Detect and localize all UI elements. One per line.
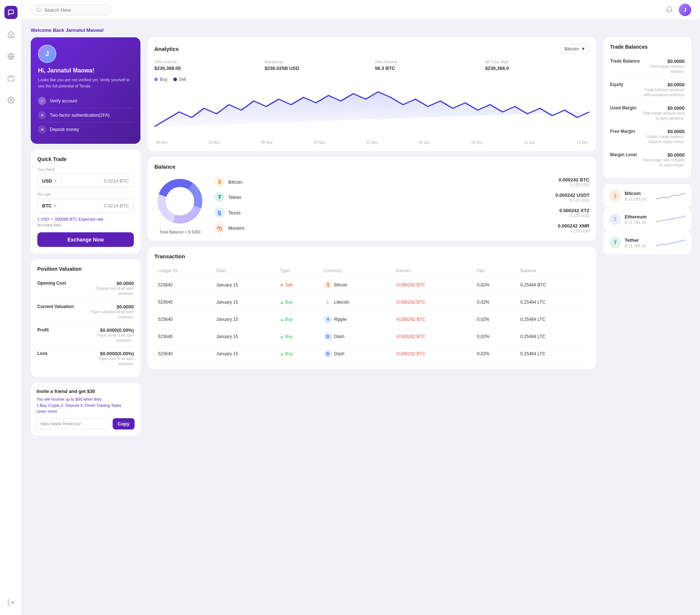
analytics-header: Analytics Bitcoin ▼ <box>154 44 590 54</box>
send-input-row[interactable]: USD ▼ 0.0214 BTC <box>37 174 134 188</box>
cell-fee: 0.02% <box>473 311 517 328</box>
col-type: Type <box>276 265 320 277</box>
market-card-tether[interactable]: ₮ Tether $ 11,785.10 <box>603 231 691 254</box>
divider-2 <box>61 202 62 209</box>
trade-balance-row-1: Equity $0.0000 Trade balance combined wi… <box>610 78 685 102</box>
invite-desc: You will receive up to $30 when they: 1.… <box>37 396 135 415</box>
cell-type: ▲ Buy <box>276 345 320 363</box>
col-currency: Currency <box>320 265 392 277</box>
step-x-icon-2fa: ✕ <box>38 111 46 119</box>
cell-type: ▲ Buy <box>276 311 320 328</box>
sidebar <box>0 0 22 615</box>
cell-fee: 0.02% <box>473 328 517 345</box>
cell-date: January 15 <box>213 294 276 311</box>
left-column: J Hi, Jannatul Maowa! Looks like you are… <box>31 37 140 435</box>
step-2fa-label: Two-factor authentication(2FA) <box>50 113 109 118</box>
step-verify-label: Verify account <box>50 98 77 104</box>
donut-chart <box>154 176 206 227</box>
market-card-ethereum[interactable]: Ξ Ethereum $ 11,785.10 <box>603 207 691 231</box>
cell-amount: -0.000242 BTC <box>392 345 474 363</box>
pv-row-2: Profit $0.0000(0.00%) Paper profit of al… <box>37 324 134 347</box>
trade-balance-row-4: Margin Level $0.0000 Percentage ratio of… <box>610 149 685 172</box>
copy-button[interactable]: Copy <box>113 418 135 430</box>
no-fees-text: No extra fees <box>37 223 134 227</box>
svg-rect-2 <box>8 77 14 81</box>
market-card-bitcoin[interactable]: ₿ Bitcoin $ 11,785.10 <box>603 184 691 207</box>
divider <box>61 177 62 184</box>
avatar[interactable]: J <box>679 4 691 16</box>
cell-fee: 0.02% <box>473 277 517 294</box>
learn-more-link[interactable]: Learn more <box>37 409 57 413</box>
middle-column: Analytics Bitcoin ▼ 24hr Volume $236,368… <box>148 37 596 435</box>
step-check-icon: ✓ <box>38 97 46 105</box>
cell-fee: 0.02% <box>473 345 517 363</box>
profile-step-2fa[interactable]: ✕ Two-factor authentication(2FA) <box>38 108 133 123</box>
cell-date: January 15 <box>213 345 276 363</box>
right-column: Trade Balances Trade Balance $0.0000 Tot… <box>603 37 691 435</box>
cell-currency: D Dash <box>320 328 392 345</box>
mini-chart-tether <box>656 236 685 249</box>
bitcoin-icon: ₿ <box>214 177 225 187</box>
pv-row-0: Opening Cost $0.0000 Original cost of al… <box>37 277 134 300</box>
cell-id: 523640 <box>154 277 213 294</box>
cell-amount: -0.000242 BTC <box>392 294 474 311</box>
balance-card: Balance <box>148 157 596 241</box>
search-icon <box>36 7 41 12</box>
sidebar-item-globe[interactable] <box>4 50 18 63</box>
profile-avatar: J <box>38 45 56 63</box>
trade-balance-row-2: Used Margin $0.0000 Total margin amount … <box>610 102 685 125</box>
balance-content: Total Balance = $ 5360 ₿ Bitcoin 0.00024… <box>154 176 590 234</box>
balance-item-3: ɱ Monero 0.000242 XMR 0.125 USD <box>214 223 590 233</box>
transaction-card: Transaction Ledger ID Date Type Currency… <box>148 247 596 369</box>
svg-point-12 <box>166 187 194 215</box>
cell-balance: 0.25484 BTC <box>517 277 590 294</box>
cell-currency: ₿ Bitcoin <box>320 277 392 294</box>
cell-date: January 15 <box>213 277 276 294</box>
sidebar-item-home[interactable] <box>4 28 18 41</box>
topbar-right: J <box>666 4 691 16</box>
cell-id: 523640 <box>154 345 213 363</box>
chart-legend: Buy Sell <box>154 77 590 82</box>
quick-trade-title: Quick Trade <box>37 156 134 162</box>
send-currency-select[interactable]: USD ▼ <box>42 178 57 184</box>
analytics-title: Analytics <box>154 46 179 52</box>
cell-fee: 0.02% <box>473 294 517 311</box>
trade-balances-card: Trade Balances Trade Balance $0.0000 Tot… <box>603 37 691 178</box>
cell-date: January 15 <box>213 328 276 345</box>
cell-currency: ✕ Ripple <box>320 311 392 328</box>
profile-step-deposit[interactable]: ✕ Deposit money <box>38 123 133 136</box>
sidebar-item-portfolio[interactable] <box>4 72 18 85</box>
table-row: 523640 January 15 ▲ Buy ✕ Ripple -0.0002… <box>154 311 590 328</box>
cell-date: January 15 <box>213 311 276 328</box>
send-value: 0.0214 BTC <box>104 178 129 184</box>
exchange-button[interactable]: Exchange Now <box>37 232 134 247</box>
get-currency-select[interactable]: BTC ▼ <box>42 203 57 209</box>
analytics-chart <box>154 86 590 138</box>
notification-icon[interactable] <box>666 6 673 14</box>
cell-id: 523640 <box>154 328 213 345</box>
sidebar-item-logout[interactable] <box>4 596 18 609</box>
cell-type: ▼ Sell <box>276 277 320 294</box>
app-logo[interactable] <box>4 6 18 19</box>
invite-link-input[interactable] <box>37 418 110 429</box>
search-bar[interactable] <box>31 5 111 15</box>
search-input[interactable] <box>44 7 103 13</box>
balance-item-2: ꜩ Tezos 0.000242 XTZ 0.125 USD <box>214 207 590 218</box>
col-balance: Balance <box>517 265 590 277</box>
balance-item-1: ₮ Tether 0.000242 USDT 0.125 USD <box>214 192 590 202</box>
crypto-selector[interactable]: Bitcoin ▼ <box>560 44 590 54</box>
get-label: You get <box>37 192 134 196</box>
stat-3: All Time High $236,368.0 <box>485 60 590 71</box>
sidebar-item-settings[interactable] <box>4 94 18 107</box>
invite-input-row: Copy <box>37 418 135 430</box>
pv-row-1: Current Valuation $0.0000 Paper valuatio… <box>37 300 134 324</box>
pv-row-3: Loss $0.0000(0.00%) Paper loss of all op… <box>37 347 134 370</box>
legend-buy: Buy <box>154 77 168 82</box>
chart-labels: 20 Nov 23 Nov 26 Nov 29 Nov 02 Dec 05 De… <box>154 140 590 145</box>
profile-step-verify[interactable]: ✓ Verify account <box>38 94 133 108</box>
col-fee: Fee <box>473 265 517 277</box>
get-input-row[interactable]: BTC ▼ 0.0214 BTC <box>37 199 134 213</box>
tether-icon: ₮ <box>214 192 225 202</box>
cell-amount: -0.000242 BTC <box>392 311 474 328</box>
bitcoin-icon: ₿ <box>609 190 621 202</box>
